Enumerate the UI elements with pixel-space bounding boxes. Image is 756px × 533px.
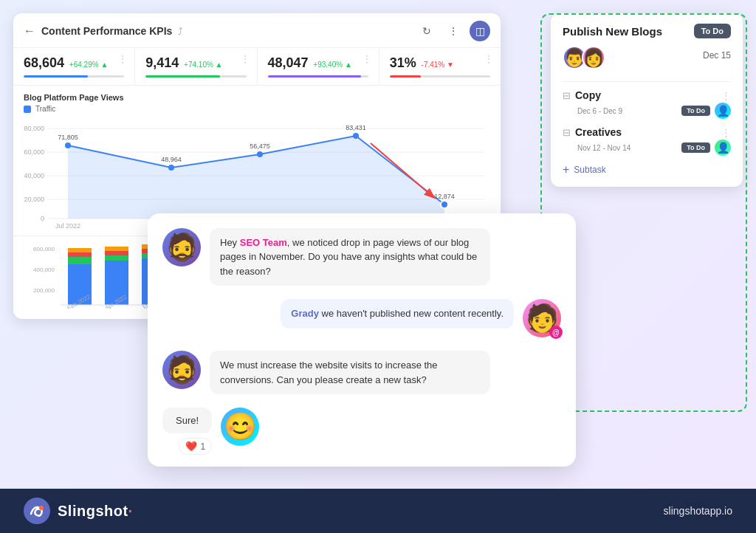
slingshot-logo-icon bbox=[24, 498, 50, 524]
task-icon-copy: ⊟ bbox=[563, 90, 571, 101]
task-item-more[interactable]: ⋮ bbox=[721, 90, 731, 101]
stat-dots[interactable]: ⋮ bbox=[241, 54, 250, 64]
task-person-avatar-creatives: 👤 bbox=[715, 140, 731, 156]
more-button[interactable]: ⋮ bbox=[443, 21, 464, 41]
stat-1: ⋮ 68,604 +64.29% ▲ bbox=[13, 48, 135, 85]
stat-value: 31% bbox=[390, 55, 416, 70]
stat-2: ⋮ 9,414 +74.10% ▲ bbox=[135, 48, 257, 85]
svg-text:0: 0 bbox=[41, 215, 44, 222]
task-item-name-copy: Copy bbox=[575, 89, 601, 101]
task-header: Publish New Blogs To Do bbox=[563, 24, 731, 38]
task-copy-dates: Dec 6 - Dec 9 bbox=[577, 107, 622, 115]
svg-text:Jul 2022: Jul 2022 bbox=[55, 222, 80, 228]
chat-message-3: 🧔 We must increase the website visits to… bbox=[162, 351, 561, 394]
stat-4: ⋮ 31% -7.41% ▼ bbox=[379, 48, 501, 85]
chat-bubble-2: Grady we haven't published new content r… bbox=[281, 299, 514, 329]
chat-bubble-1: Hey SEO Team, we noticed drop in page vi… bbox=[210, 228, 490, 286]
bottom-bar: Slingshot· slingshotapp.io bbox=[0, 489, 756, 533]
chat-panel: 🧔 Hey SEO Team, we noticed drop in page … bbox=[148, 213, 576, 467]
chat-message-1: 🧔 Hey SEO Team, we noticed drop in page … bbox=[162, 228, 561, 286]
svg-text:20,000: 20,000 bbox=[24, 196, 44, 203]
svg-point-10 bbox=[65, 142, 71, 148]
refresh-button[interactable]: ↻ bbox=[416, 21, 437, 41]
logo-name: Slingshot· bbox=[58, 503, 133, 520]
stat-dots[interactable]: ⋮ bbox=[362, 54, 371, 64]
subtask-button[interactable]: + Subtask bbox=[563, 163, 731, 176]
bottom-logo: Slingshot· bbox=[24, 498, 133, 524]
svg-rect-35 bbox=[105, 251, 128, 255]
legend-dot bbox=[24, 106, 31, 113]
svg-text:400,000: 400,000 bbox=[33, 266, 55, 273]
svg-text:60,000: 60,000 bbox=[24, 148, 44, 156]
subtask-label: Subtask bbox=[574, 165, 605, 175]
svg-text:71,805: 71,805 bbox=[58, 134, 78, 141]
task-person-avatar-copy: 👤 bbox=[715, 103, 731, 119]
svg-rect-34 bbox=[105, 255, 128, 261]
stat-change: +64.29% ▲ bbox=[67, 61, 108, 69]
svg-text:12,874: 12,874 bbox=[434, 193, 455, 200]
chart-title: Blog Platform Page Views bbox=[24, 93, 490, 102]
svg-text:83,431: 83,431 bbox=[346, 124, 366, 131]
share-icon: ⤴ bbox=[178, 26, 183, 37]
svg-text:40,000: 40,000 bbox=[24, 172, 44, 179]
area-chart: 80,000 60,000 40,000 20,000 0 bbox=[24, 117, 489, 228]
reaction-count: 1 bbox=[200, 441, 205, 452]
stat-change: -7.41% ▼ bbox=[419, 61, 454, 69]
task-avatars: 👨 👩 bbox=[563, 46, 605, 69]
svg-rect-32 bbox=[68, 248, 92, 252]
svg-rect-30 bbox=[68, 257, 92, 264]
task-avatar-2: 👩 bbox=[582, 46, 605, 69]
task-creatives-dates: Nov 12 - Nov 14 bbox=[577, 144, 630, 152]
task-date: Dec 15 bbox=[703, 50, 731, 61]
chat-avatar-3: 🧔 bbox=[162, 351, 201, 394]
task-divider bbox=[563, 81, 731, 82]
chart-legend: Traffic bbox=[24, 105, 490, 113]
creatives-todo-badge: To Do bbox=[681, 142, 710, 153]
main-content: ← Content Performance KPIs ⤴ ↻ ⋮ ◫ ⋮ 68,… bbox=[0, 0, 756, 489]
legend-text: Traffic bbox=[35, 105, 55, 113]
stat-change: +74.10% ▲ bbox=[182, 61, 222, 69]
heart-icon: ❤️ bbox=[185, 441, 197, 452]
subtask-plus-icon: + bbox=[563, 163, 569, 176]
sure-bubble: Sure! ❤️ 1 bbox=[162, 408, 212, 455]
stat-value: 9,414 bbox=[145, 55, 179, 70]
stat-value: 48,047 bbox=[268, 55, 309, 70]
stat-dots[interactable]: ⋮ bbox=[484, 54, 493, 64]
chat-avatar-1: 🧔 bbox=[162, 228, 201, 286]
svg-point-14 bbox=[441, 201, 448, 208]
todo-badge: To Do bbox=[694, 24, 731, 38]
task-title: Publish New Blogs bbox=[563, 25, 662, 38]
task-item-copy: ⊟ Copy ⋮ Dec 6 - Dec 9 To Do 👤 bbox=[563, 89, 731, 119]
stat-value: 68,604 bbox=[24, 55, 64, 70]
active-view-button[interactable]: ◫ bbox=[470, 21, 490, 41]
task-item-name-creatives: Creatives bbox=[575, 126, 622, 138]
at-badge: @ bbox=[549, 326, 563, 339]
stat-3: ⋮ 48,047 +93.40% ▲ bbox=[258, 48, 379, 85]
seo-team-link: SEO Team bbox=[240, 237, 287, 248]
sure-text: Sure! bbox=[162, 408, 212, 433]
kpi-stats: ⋮ 68,604 +64.29% ▲ ⋮ 9,414 +74.10% ▲ ⋮ 4… bbox=[13, 48, 501, 86]
svg-text:80,000: 80,000 bbox=[24, 125, 44, 132]
task-item-more-2[interactable]: ⋮ bbox=[721, 127, 731, 138]
svg-text:600,000: 600,000 bbox=[33, 246, 55, 252]
svg-rect-31 bbox=[68, 252, 92, 257]
svg-text:48,964: 48,964 bbox=[161, 156, 182, 163]
back-icon[interactable]: ← bbox=[24, 24, 35, 38]
chat-bubble-3: We must increase the website visits to i… bbox=[210, 351, 490, 394]
stat-dots[interactable]: ⋮ bbox=[118, 54, 127, 64]
reaction-badge: ❤️ 1 bbox=[179, 438, 212, 455]
svg-point-13 bbox=[353, 133, 359, 139]
svg-text:56,475: 56,475 bbox=[250, 142, 270, 150]
task-item-creatives: ⊟ Creatives ⋮ Nov 12 - Nov 14 To Do 👤 bbox=[563, 126, 731, 156]
grady-link: Grady bbox=[291, 308, 319, 319]
task-panel: Publish New Blogs To Do 👨 👩 Dec 15 ⊟ Cop… bbox=[551, 13, 743, 187]
svg-point-11 bbox=[168, 165, 174, 171]
kpi-header: ← Content Performance KPIs ⤴ ↻ ⋮ ◫ bbox=[13, 13, 501, 48]
svg-point-65 bbox=[39, 506, 44, 510]
svg-rect-36 bbox=[105, 247, 128, 251]
task-icon-creatives: ⊟ bbox=[563, 127, 571, 138]
svg-point-64 bbox=[24, 498, 50, 524]
svg-text:200,000: 200,000 bbox=[33, 287, 55, 294]
copy-todo-badge: To Do bbox=[681, 106, 710, 116]
svg-point-12 bbox=[257, 151, 263, 157]
